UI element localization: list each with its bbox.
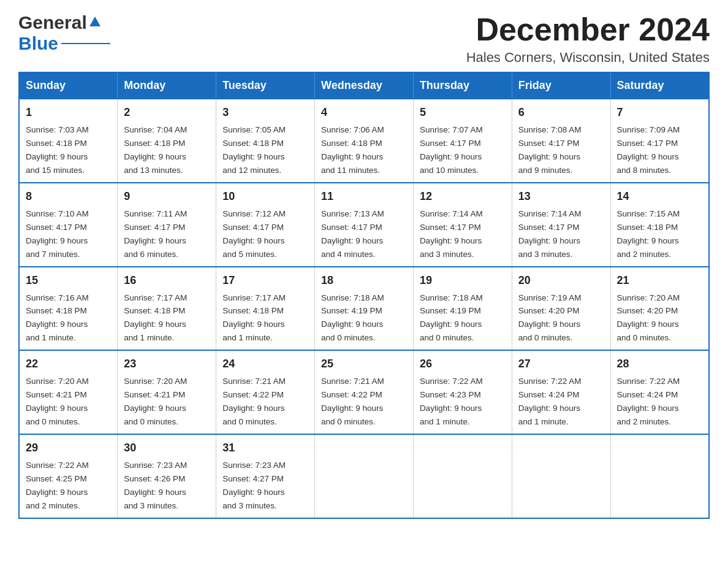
day-number: 11 (321, 188, 407, 205)
day-number: 25 (321, 356, 407, 372)
day-number: 28 (617, 356, 702, 372)
calendar-cell: 1Sunrise: 7:03 AMSunset: 4:18 PMDaylight… (19, 99, 118, 183)
day-number: 22 (26, 356, 111, 372)
day-info: Sunrise: 7:22 AMSunset: 4:25 PMDaylight:… (26, 461, 89, 510)
day-info: Sunrise: 7:18 AMSunset: 4:19 PMDaylight:… (420, 293, 483, 343)
calendar-cell: 16Sunrise: 7:17 AMSunset: 4:18 PMDayligh… (118, 267, 216, 351)
week-row-4: 22Sunrise: 7:20 AMSunset: 4:21 PMDayligh… (19, 350, 709, 434)
calendar-cell (610, 434, 709, 518)
day-info: Sunrise: 7:03 AMSunset: 4:18 PMDaylight:… (26, 125, 89, 175)
calendar-cell: 25Sunrise: 7:21 AMSunset: 4:22 PMDayligh… (315, 350, 414, 434)
calendar-cell: 18Sunrise: 7:18 AMSunset: 4:19 PMDayligh… (315, 267, 414, 351)
day-info: Sunrise: 7:11 AMSunset: 4:17 PMDaylight:… (124, 209, 187, 259)
calendar-cell: 4Sunrise: 7:06 AMSunset: 4:18 PMDaylight… (315, 99, 414, 183)
month-year-title: December 2024 (466, 12, 710, 47)
day-info: Sunrise: 7:10 AMSunset: 4:17 PMDaylight:… (26, 209, 89, 259)
day-number: 23 (124, 356, 210, 372)
calendar-cell: 22Sunrise: 7:20 AMSunset: 4:21 PMDayligh… (19, 350, 118, 434)
calendar-cell (315, 434, 414, 518)
calendar-table: SundayMondayTuesdayWednesdayThursdayFrid… (18, 72, 710, 518)
calendar-cell: 29Sunrise: 7:22 AMSunset: 4:25 PMDayligh… (19, 434, 118, 518)
calendar-cell: 19Sunrise: 7:18 AMSunset: 4:19 PMDayligh… (413, 267, 512, 351)
calendar-cell (512, 434, 610, 518)
calendar-cell: 2Sunrise: 7:04 AMSunset: 4:18 PMDaylight… (118, 99, 216, 183)
week-row-5: 29Sunrise: 7:22 AMSunset: 4:25 PMDayligh… (19, 434, 709, 518)
calendar-cell: 24Sunrise: 7:21 AMSunset: 4:22 PMDayligh… (216, 350, 315, 434)
day-number: 27 (518, 356, 604, 372)
calendar-cell: 12Sunrise: 7:14 AMSunset: 4:17 PMDayligh… (413, 183, 512, 267)
calendar-cell: 21Sunrise: 7:20 AMSunset: 4:20 PMDayligh… (610, 267, 709, 351)
day-number: 21 (617, 272, 702, 289)
calendar-cell: 11Sunrise: 7:13 AMSunset: 4:17 PMDayligh… (315, 183, 414, 267)
logo-blue-text: Blue (18, 33, 58, 54)
day-info: Sunrise: 7:22 AMSunset: 4:24 PMDaylight:… (617, 377, 680, 426)
logo-triangle-icon (88, 15, 102, 29)
day-number: 30 (124, 440, 210, 456)
calendar-cell: 3Sunrise: 7:05 AMSunset: 4:18 PMDaylight… (216, 99, 315, 183)
day-info: Sunrise: 7:21 AMSunset: 4:22 PMDaylight:… (321, 377, 384, 426)
logo-underline (61, 43, 110, 44)
day-of-week-monday: Monday (118, 72, 216, 99)
day-info: Sunrise: 7:23 AMSunset: 4:27 PMDaylight:… (222, 461, 286, 510)
calendar-cell: 27Sunrise: 7:22 AMSunset: 4:24 PMDayligh… (512, 350, 610, 434)
day-number: 31 (222, 440, 308, 456)
day-info: Sunrise: 7:06 AMSunset: 4:18 PMDaylight:… (321, 125, 384, 175)
calendar-body: 1Sunrise: 7:03 AMSunset: 4:18 PMDaylight… (19, 99, 709, 518)
day-number: 9 (124, 188, 210, 205)
day-number: 20 (518, 272, 604, 289)
day-number: 1 (26, 104, 111, 121)
calendar-cell: 5Sunrise: 7:07 AMSunset: 4:17 PMDaylight… (413, 99, 512, 183)
day-of-week-thursday: Thursday (413, 72, 512, 99)
day-info: Sunrise: 7:16 AMSunset: 4:18 PMDaylight:… (26, 293, 89, 343)
day-number: 26 (420, 356, 506, 372)
calendar-header: SundayMondayTuesdayWednesdayThursdayFrid… (19, 72, 709, 99)
day-number: 15 (26, 272, 111, 289)
calendar-cell: 26Sunrise: 7:22 AMSunset: 4:23 PMDayligh… (413, 350, 512, 434)
day-info: Sunrise: 7:12 AMSunset: 4:17 PMDaylight:… (222, 209, 286, 259)
day-info: Sunrise: 7:09 AMSunset: 4:17 PMDaylight:… (617, 125, 680, 175)
day-number: 17 (222, 272, 308, 289)
calendar-cell: 10Sunrise: 7:12 AMSunset: 4:17 PMDayligh… (216, 183, 315, 267)
day-number: 16 (124, 272, 210, 289)
calendar-cell: 14Sunrise: 7:15 AMSunset: 4:18 PMDayligh… (610, 183, 709, 267)
day-number: 12 (420, 188, 506, 205)
calendar-cell: 7Sunrise: 7:09 AMSunset: 4:17 PMDaylight… (610, 99, 709, 183)
day-info: Sunrise: 7:17 AMSunset: 4:18 PMDaylight:… (124, 293, 187, 343)
week-row-2: 8Sunrise: 7:10 AMSunset: 4:17 PMDaylight… (19, 183, 709, 267)
day-number: 24 (222, 356, 308, 372)
day-info: Sunrise: 7:22 AMSunset: 4:23 PMDaylight:… (420, 377, 483, 426)
day-info: Sunrise: 7:21 AMSunset: 4:22 PMDaylight:… (222, 377, 286, 426)
day-info: Sunrise: 7:07 AMSunset: 4:17 PMDaylight:… (420, 125, 483, 175)
day-info: Sunrise: 7:14 AMSunset: 4:17 PMDaylight:… (518, 209, 582, 259)
svg-marker-0 (89, 17, 100, 26)
day-of-week-sunday: Sunday (19, 72, 118, 99)
calendar-cell: 23Sunrise: 7:20 AMSunset: 4:21 PMDayligh… (118, 350, 216, 434)
day-number: 10 (222, 188, 308, 205)
day-info: Sunrise: 7:20 AMSunset: 4:21 PMDaylight:… (124, 377, 187, 426)
day-info: Sunrise: 7:17 AMSunset: 4:18 PMDaylight:… (222, 293, 286, 343)
day-number: 3 (222, 104, 308, 121)
day-info: Sunrise: 7:23 AMSunset: 4:26 PMDaylight:… (124, 461, 187, 510)
calendar-cell: 8Sunrise: 7:10 AMSunset: 4:17 PMDaylight… (19, 183, 118, 267)
week-row-1: 1Sunrise: 7:03 AMSunset: 4:18 PMDaylight… (19, 99, 709, 183)
calendar-cell: 9Sunrise: 7:11 AMSunset: 4:17 PMDaylight… (118, 183, 216, 267)
calendar-cell: 15Sunrise: 7:16 AMSunset: 4:18 PMDayligh… (19, 267, 118, 351)
day-number: 7 (617, 104, 702, 121)
calendar-cell: 31Sunrise: 7:23 AMSunset: 4:27 PMDayligh… (216, 434, 315, 518)
day-info: Sunrise: 7:05 AMSunset: 4:18 PMDaylight:… (222, 125, 286, 175)
day-of-week-friday: Friday (512, 72, 610, 99)
day-number: 19 (420, 272, 506, 289)
day-number: 14 (617, 188, 702, 205)
calendar-cell: 6Sunrise: 7:08 AMSunset: 4:17 PMDaylight… (512, 99, 610, 183)
day-info: Sunrise: 7:04 AMSunset: 4:18 PMDaylight:… (124, 125, 187, 175)
day-number: 6 (518, 104, 604, 121)
calendar-cell: 17Sunrise: 7:17 AMSunset: 4:18 PMDayligh… (216, 267, 315, 351)
logo-general-text: General (18, 12, 87, 33)
day-info: Sunrise: 7:08 AMSunset: 4:17 PMDaylight:… (518, 125, 582, 175)
day-info: Sunrise: 7:15 AMSunset: 4:18 PMDaylight:… (617, 209, 680, 259)
day-info: Sunrise: 7:13 AMSunset: 4:17 PMDaylight:… (321, 209, 384, 259)
title-block: December 2024 Hales Corners, Wisconsin, … (466, 12, 710, 66)
day-number: 13 (518, 188, 604, 205)
day-info: Sunrise: 7:14 AMSunset: 4:17 PMDaylight:… (420, 209, 483, 259)
day-of-week-wednesday: Wednesday (315, 72, 414, 99)
